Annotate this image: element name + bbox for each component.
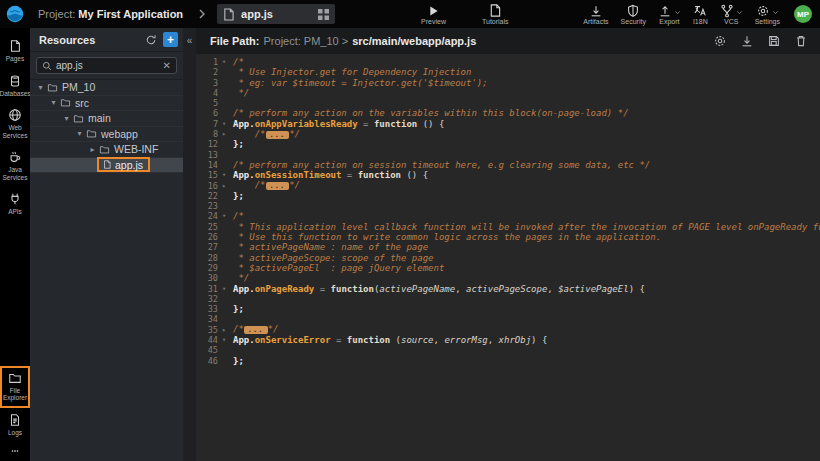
tree-row-webapp[interactable]: ▾webapp <box>30 127 183 143</box>
code-line-3[interactable]: 3 * eg: var $timeout = Injector.get('$ti… <box>196 78 820 88</box>
avatar[interactable]: MP <box>794 5 812 23</box>
resource-search-input[interactable]: app.js ✕ <box>36 57 177 74</box>
code-token: */ <box>233 273 249 283</box>
caret-down-icon[interactable]: ▾ <box>75 129 84 138</box>
add-resource-button[interactable]: + <box>163 32 178 47</box>
code-line-1[interactable]: 1▾/* <box>196 57 820 67</box>
code-text: App.onAppVariablesReady = function () { <box>233 119 444 129</box>
download-button[interactable] <box>740 34 754 48</box>
code-line-26[interactable]: 26 * Use this function to write common l… <box>196 232 820 242</box>
code-line-7[interactable]: 7▾App.onAppVariablesReady = function () … <box>196 119 820 129</box>
code-line-5[interactable]: 5 <box>196 98 820 108</box>
tree-row-app.js[interactable]: app.js <box>30 158 183 174</box>
code-line-46[interactable]: 46}; <box>196 356 820 366</box>
fold-open-icon[interactable]: ▾ <box>218 119 230 129</box>
code-token: }; <box>233 191 244 201</box>
tree-row-main[interactable]: ▾main <box>30 111 183 127</box>
i18n-button[interactable]: I18N <box>693 3 708 25</box>
line-number: 2 <box>196 67 218 77</box>
line-number: 12 <box>196 139 218 149</box>
code-line-24[interactable]: 24▾/* <box>196 211 820 221</box>
panel-divider[interactable]: « <box>183 28 196 461</box>
refresh-icon[interactable] <box>145 34 157 46</box>
line-number: 34 <box>196 314 218 324</box>
save-button[interactable] <box>767 34 781 48</box>
code-line-33[interactable]: 33}; <box>196 304 820 314</box>
code-line-28[interactable]: 28 * activePageScope: scope of the page <box>196 253 820 263</box>
code-token: onSessionTimeout <box>255 170 342 180</box>
security-button[interactable]: Security <box>621 3 646 25</box>
code-line-44[interactable]: 44▾App.onServiceError = function (source… <box>196 335 820 345</box>
code-line-25[interactable]: 25 * This application level callback fun… <box>196 222 820 232</box>
caret-down-icon[interactable]: ▾ <box>62 114 71 123</box>
tree-row-src[interactable]: ▾src <box>30 96 183 112</box>
sidebar-item-apis[interactable]: APIs <box>0 187 30 222</box>
sidebar-item-logs[interactable]: Logs <box>0 408 30 443</box>
code-token: /* perform any action on the variables w… <box>233 108 629 118</box>
tab-app-js[interactable]: app.js <box>217 4 335 24</box>
code-token: function <box>331 284 374 294</box>
fold-open-icon[interactable]: ▾ <box>218 211 230 221</box>
artifacts-button[interactable]: Artifacts <box>583 3 608 25</box>
folded-code-placeholder[interactable]: ... <box>266 182 290 190</box>
code-line-23[interactable]: 23 <box>196 201 820 211</box>
code-token: * activePageScope: scope of the page <box>233 253 433 263</box>
folded-code-placeholder[interactable]: ... <box>244 326 268 334</box>
code-line-8[interactable]: 8▸ /*...*/ <box>196 129 820 139</box>
fold-closed-icon[interactable]: ▸ <box>218 325 230 335</box>
line-number: 31 <box>196 284 218 294</box>
caret-down-icon[interactable]: ▾ <box>36 83 45 92</box>
vcs-button[interactable]: VCS <box>720 3 743 25</box>
code-editor[interactable]: 1▾/*2 * Use Injector.get for Dependency … <box>196 54 820 461</box>
code-line-15[interactable]: 15▾App.onSessionTimeout = function () { <box>196 170 820 180</box>
fold-closed-icon[interactable]: ▸ <box>218 129 230 139</box>
grid-icon[interactable] <box>318 9 329 20</box>
caret-down-icon[interactable]: ▾ <box>49 98 58 107</box>
code-token: * activePageName : name of the page <box>233 242 428 252</box>
code-line-29[interactable]: 29 * $activePageEl : page jQuery element <box>196 263 820 273</box>
artifacts-icon <box>589 3 603 18</box>
code-line-22[interactable]: 22}; <box>196 191 820 201</box>
code-line-12[interactable]: 12}; <box>196 139 820 149</box>
tree-row-web-inf[interactable]: ▸WEB-INF <box>30 142 183 158</box>
sidebar-item-java-services[interactable]: Java Services <box>0 145 30 187</box>
code-line-34[interactable]: 34 <box>196 314 820 324</box>
code-line-27[interactable]: 27 * activePageName : name of the page <box>196 242 820 252</box>
project-name[interactable]: My First Application <box>78 8 183 20</box>
settings-button[interactable] <box>713 34 727 48</box>
clear-search-icon[interactable]: ✕ <box>163 60 171 71</box>
collapse-panel-icon[interactable]: « <box>187 36 193 46</box>
sidebar-item-databases[interactable]: Databases <box>0 69 30 104</box>
code-line-6[interactable]: 6/* perform any action on the variables … <box>196 108 820 118</box>
fold-open-icon[interactable]: ▾ <box>218 57 230 67</box>
sidebar-item-web-services[interactable]: Web Services <box>0 103 30 145</box>
sidebar-item-pages[interactable]: Pages <box>0 34 30 69</box>
code-line-2[interactable]: 2 * Use Injector.get for Dependency Inje… <box>196 67 820 77</box>
export-button[interactable]: Export <box>658 3 681 25</box>
code-line-32[interactable]: 32 <box>196 294 820 304</box>
sidebar-item-file-explorer[interactable]: File Explorer <box>0 366 30 408</box>
code-line-16[interactable]: 16▸ /*...*/ <box>196 181 820 191</box>
fold-closed-icon[interactable]: ▸ <box>218 181 230 191</box>
fold-open-icon[interactable]: ▾ <box>218 335 230 345</box>
code-line-31[interactable]: 31▾App.onPageReady = function(activePage… <box>196 284 820 294</box>
code-line-30[interactable]: 30 */ <box>196 273 820 283</box>
code-line-45[interactable]: 45 <box>196 345 820 355</box>
fold-open-icon[interactable]: ▾ <box>218 284 230 294</box>
folded-code-placeholder[interactable]: ... <box>266 131 290 139</box>
tutorials-button[interactable]: Tutorials <box>482 3 509 25</box>
preview-button[interactable]: Preview <box>421 3 446 25</box>
settings-button[interactable]: Settings <box>755 3 780 25</box>
app-logo[interactable] <box>0 5 30 23</box>
sidebar-item-more[interactable] <box>0 442 30 461</box>
code-line-35[interactable]: 35▸/*...*/ <box>196 325 820 335</box>
tree-row-pm_10[interactable]: ▾PM_10 <box>30 80 183 96</box>
caret-right-icon[interactable]: ▸ <box>88 145 97 154</box>
fold-open-icon[interactable]: ▾ <box>218 170 230 180</box>
code-line-13[interactable]: 13 <box>196 150 820 160</box>
code-line-4[interactable]: 4 */ <box>196 88 820 98</box>
delete-button[interactable] <box>794 34 808 48</box>
left-sidebar: PagesDatabasesWeb ServicesJava ServicesA… <box>0 28 30 461</box>
folder-icon <box>86 128 97 139</box>
code-line-14[interactable]: 14/* perform any action on session timeo… <box>196 160 820 170</box>
